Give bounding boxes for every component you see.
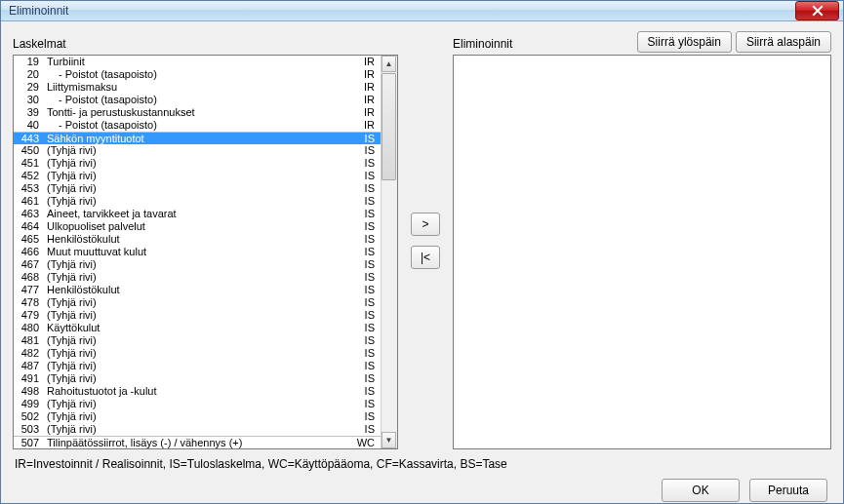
row-tag: IS [353, 334, 377, 347]
list-item[interactable]: 498Rahoitustuotot ja -kulutIS [14, 385, 381, 398]
list-item[interactable]: 482(Tyhjä rivi)IS [14, 347, 381, 360]
list-item[interactable]: 443Sähkön myyntituototIS [14, 132, 381, 144]
ok-button[interactable]: OK [662, 479, 740, 502]
row-name: (Tyhjä rivi) [47, 334, 353, 347]
row-tag: IR [353, 119, 377, 132]
source-listbox[interactable]: 19TurbiinitIR20- Poistot (tasapoisto)IR2… [13, 55, 398, 449]
list-item[interactable]: 463Aineet, tarvikkeet ja tavaratIS [14, 208, 381, 220]
list-item[interactable]: 461(Tyhjä rivi)IS [14, 195, 381, 208]
list-item[interactable]: 507Tilinpäätössiirrot, lisäys (-) / vähe… [14, 436, 381, 448]
row-tag: IS [353, 195, 377, 208]
row-number: 498 [18, 385, 47, 398]
target-list-content [454, 56, 830, 448]
chevron-right-icon: > [422, 217, 428, 231]
row-name: Tontti- ja perustuskustannukset [47, 106, 353, 119]
row-number: 468 [18, 271, 47, 284]
row-number: 39 [18, 106, 47, 119]
row-number: 453 [18, 182, 47, 195]
list-item[interactable]: 29LiittymismaksuIR [14, 81, 381, 94]
row-name: (Tyhjä rivi) [47, 170, 353, 182]
row-name: Turbiinit [47, 56, 353, 68]
footer: OK Peruuta [13, 473, 831, 504]
list-item[interactable]: 479(Tyhjä rivi)IS [14, 309, 381, 322]
row-tag: IS [353, 157, 377, 170]
chevron-down-icon: ▼ [385, 437, 393, 445]
row-tag: WC [353, 437, 377, 449]
row-name: Ulkopuoliset palvelut [47, 220, 353, 233]
source-list-content: 19TurbiinitIR20- Poistot (tasapoisto)IR2… [14, 56, 381, 448]
list-item[interactable]: 40- Poistot (tasapoisto)IR [14, 119, 381, 132]
row-name: - Poistot (tasapoisto) [47, 68, 353, 81]
list-item[interactable]: 19TurbiinitIR [14, 56, 381, 68]
list-item[interactable]: 481(Tyhjä rivi)IS [14, 334, 381, 347]
row-tag: IR [353, 94, 377, 106]
row-tag: IS [353, 246, 377, 258]
close-button[interactable] [795, 1, 839, 20]
list-item[interactable]: 487(Tyhjä rivi)IS [14, 360, 381, 372]
row-name: (Tyhjä rivi) [47, 258, 353, 271]
add-button[interactable]: > [411, 213, 440, 236]
row-name: Henkilöstökulut [47, 233, 353, 246]
target-listbox[interactable] [453, 55, 831, 449]
list-item[interactable]: 478(Tyhjä rivi)IS [14, 296, 381, 309]
row-tag: IS [353, 208, 377, 220]
row-name: (Tyhjä rivi) [47, 398, 353, 410]
row-tag: IS [353, 309, 377, 322]
row-tag: IR [353, 56, 377, 68]
row-tag: IS [353, 423, 377, 436]
row-name: (Tyhjä rivi) [47, 271, 353, 284]
row-tag: IS [353, 360, 377, 372]
remove-all-button[interactable]: |< [411, 246, 440, 269]
row-name: - Poistot (tasapoisto) [47, 119, 353, 132]
row-tag: IS [353, 347, 377, 360]
list-item[interactable]: 499(Tyhjä rivi)IS [14, 398, 381, 410]
row-name: (Tyhjä rivi) [47, 157, 353, 170]
list-item[interactable]: 467(Tyhjä rivi)IS [14, 258, 381, 271]
list-item[interactable]: 451(Tyhjä rivi)IS [14, 157, 381, 170]
rewind-icon: |< [421, 251, 430, 264]
scroll-thumb[interactable] [382, 73, 396, 180]
row-number: 450 [18, 144, 47, 157]
list-item[interactable]: 491(Tyhjä rivi)IS [14, 372, 381, 385]
row-tag: IR [353, 68, 377, 81]
scroll-down-button[interactable]: ▼ [382, 432, 396, 448]
row-name: Aineet, tarvikkeet ja tavarat [47, 208, 353, 220]
list-item[interactable]: 452(Tyhjä rivi)IS [14, 170, 381, 182]
list-item[interactable]: 453(Tyhjä rivi)IS [14, 182, 381, 195]
row-number: 20 [18, 68, 47, 81]
move-down-button[interactable]: Siirrä alaspäin [736, 31, 831, 53]
row-tag: IS [353, 296, 377, 309]
list-item[interactable]: 477HenkilöstökulutIS [14, 284, 381, 296]
list-item[interactable]: 503(Tyhjä rivi)IS [14, 423, 381, 436]
window-title: Eliminoinnit [9, 4, 68, 18]
move-up-button[interactable]: Siirrä ylöspäin [637, 31, 732, 53]
row-number: 452 [18, 170, 47, 182]
list-item[interactable]: 30- Poistot (tasapoisto)IR [14, 94, 381, 106]
list-item[interactable]: 480KäyttökulutIS [14, 322, 381, 334]
left-column: Laskelmat 19TurbiinitIR20- Poistot (tasa… [13, 31, 398, 449]
row-number: 482 [18, 347, 47, 360]
cancel-button[interactable]: Peruuta [749, 479, 827, 502]
list-item[interactable]: 465HenkilöstökulutIS [14, 233, 381, 246]
eliminations-dialog: Eliminoinnit Laskelmat 19TurbiinitIR20- … [0, 0, 844, 504]
list-item[interactable]: 39Tontti- ja perustuskustannuksetIR [14, 106, 381, 119]
row-tag: IS [353, 170, 377, 182]
row-number: 29 [18, 81, 47, 94]
list-item[interactable]: 502(Tyhjä rivi)IS [14, 410, 381, 423]
scroll-up-button[interactable]: ▲ [382, 56, 396, 72]
row-number: 451 [18, 157, 47, 170]
row-number: 466 [18, 246, 47, 258]
list-item[interactable]: 450(Tyhjä rivi)IS [14, 144, 381, 157]
row-name: Sähkön myyntituotot [47, 133, 353, 145]
list-item[interactable]: 464Ulkopuoliset palvelutIS [14, 220, 381, 233]
list-item[interactable]: 466Muut muuttuvat kulutIS [14, 246, 381, 258]
row-number: 503 [18, 423, 47, 436]
list-item[interactable]: 20- Poistot (tasapoisto)IR [14, 68, 381, 81]
right-header: Eliminoinnit Siirrä ylöspäin Siirrä alas… [453, 31, 831, 53]
list-item[interactable]: 468(Tyhjä rivi)IS [14, 271, 381, 284]
cancel-label: Peruuta [768, 484, 809, 497]
row-number: 491 [18, 372, 47, 385]
right-label: Eliminoinnit [453, 37, 512, 53]
row-name: - Poistot (tasapoisto) [47, 94, 353, 106]
scrollbar[interactable]: ▲ ▼ [381, 56, 397, 448]
